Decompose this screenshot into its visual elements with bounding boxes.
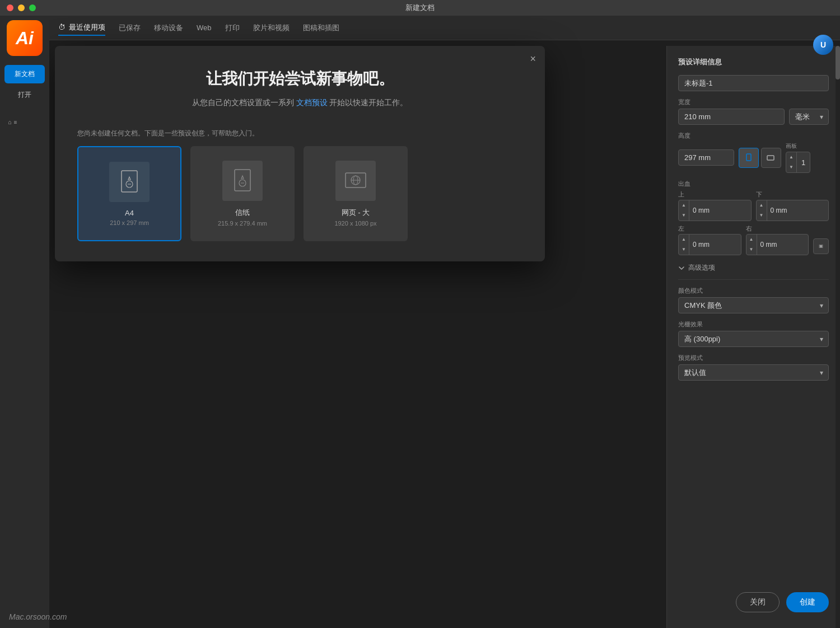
orientation-group [739, 148, 781, 168]
preset-letter-icon [222, 161, 263, 201]
bleed-right-input-row: ▲ ▼ 0 mm [746, 234, 809, 255]
bleed-bottom-up[interactable]: ▲ [757, 200, 767, 210]
raster-label: 光栅效果 [678, 320, 829, 329]
scrollbar-thumb[interactable] [836, 46, 840, 79]
dialog-close-button[interactable]: × [530, 54, 536, 64]
maximize-button[interactable] [29, 4, 36, 11]
portrait-button[interactable] [739, 148, 759, 168]
bleed-right-up[interactable]: ▲ [746, 235, 757, 245]
bleed-right-stepper: ▲ ▼ [746, 235, 757, 255]
bleed-right-down[interactable]: ▼ [746, 245, 757, 255]
width-label: 宽度 [678, 98, 829, 106]
close-button[interactable] [7, 4, 13, 11]
preset-card-a4[interactable]: A4 210 x 297 mm [77, 146, 181, 241]
create-button[interactable]: 创建 [786, 592, 829, 612]
bleed-left-stepper: ▲ ▼ [679, 235, 689, 255]
bleed-left-right-row: 左 ▲ ▼ 0 mm 右 ▲ ▼ 0 mm [678, 224, 829, 255]
bleed-left-up[interactable]: ▲ [679, 235, 689, 245]
tab-film[interactable]: 胶片和视频 [253, 21, 290, 35]
open-button[interactable]: 打开 [4, 86, 45, 104]
main-area: ⏱ 最近使用项 已保存 移动设备 Web 打印 胶片和视频 图稿和插图 U × … [49, 16, 840, 628]
preset-web-name: 网页 - 大 [342, 208, 370, 218]
tab-art[interactable]: 图稿和插图 [303, 21, 339, 35]
bleed-top-label: 上 [678, 190, 752, 199]
new-doc-button[interactable]: 新文档 [4, 65, 45, 83]
home-icon: ⌂ [8, 119, 12, 125]
title-bar: 新建文档 [0, 0, 840, 16]
raster-wrapper: 屏幕 (72ppi) 中 (150ppi) 高 (300ppi) [678, 331, 829, 347]
doc-name-input[interactable] [678, 75, 829, 91]
height-input[interactable] [678, 149, 734, 166]
width-row: 像素 英寸 厘米 毫米 点 派卡 [678, 109, 829, 125]
panel-title: 预设详细信息 [678, 57, 829, 67]
artboard-increment[interactable]: ▲ [786, 152, 796, 162]
preset-letter-size: 215.9 x 279.4 mm [218, 220, 267, 227]
advanced-options-toggle[interactable]: 高级选项 [678, 263, 829, 273]
raster-select[interactable]: 屏幕 (72ppi) 中 (150ppi) 高 (300ppi) [678, 331, 829, 347]
doc-presets-link[interactable]: 文档预设 [296, 98, 328, 107]
watermark: Mac.orsoon.com [9, 612, 67, 621]
preset-letter-name: 信纸 [235, 208, 250, 218]
new-document-dialog: × 让我们开始尝试新事物吧。 从您自己的文档设置或一系列 文档预设 开始以快速开… [55, 46, 545, 261]
svg-rect-3 [235, 170, 250, 191]
bleed-top-group: 上 ▲ ▼ 0 mm [678, 190, 752, 221]
chevron-down-icon [678, 265, 685, 271]
home-nav-item[interactable]: ⌂ ≡ [4, 115, 45, 129]
close-dialog-button[interactable]: 关闭 [736, 592, 780, 612]
preset-web-size: 1920 x 1080 px [334, 220, 376, 227]
preset-a4-name: A4 [125, 209, 134, 217]
svg-rect-11 [767, 156, 774, 160]
bleed-left-label: 左 [678, 224, 741, 233]
preview-select[interactable]: 默认值 像素 叠印 [678, 364, 829, 381]
bleed-top-stepper: ▲ ▼ [679, 200, 689, 221]
tab-print[interactable]: 打印 [225, 21, 240, 35]
window-title: 新建文档 [405, 3, 435, 13]
width-input[interactable] [678, 109, 785, 125]
dialog-subtitle: 从您自己的文档设置或一系列 文档预设 开始以快速开始工作。 [82, 96, 518, 109]
bleed-bottom-down[interactable]: ▼ [757, 210, 767, 221]
bleed-bottom-input-row: ▲ ▼ 0 mm [756, 200, 829, 221]
width-unit-wrapper: 像素 英寸 厘米 毫米 点 派卡 [789, 109, 829, 125]
preview-label: 预览模式 [678, 354, 829, 362]
sidebar: Ai 新文档 打开 ⌂ ≡ [0, 16, 49, 628]
preset-a4-size: 210 x 297 mm [110, 219, 149, 226]
width-unit-select[interactable]: 像素 英寸 厘米 毫米 点 派卡 [789, 109, 829, 125]
bleed-top-down[interactable]: ▼ [679, 210, 689, 221]
preset-web-icon [335, 161, 376, 201]
artboard-label: 画板 [786, 142, 797, 150]
bleed-right-value: 0 mm [757, 241, 781, 249]
dialog-hint: 您尚未创建任何文档。下面是一些预设创意，可帮助您入门。 [77, 129, 522, 138]
user-avatar[interactable]: U [813, 35, 833, 55]
divider [678, 279, 829, 280]
tab-saved[interactable]: 已保存 [119, 21, 141, 35]
artboard-decrement[interactable]: ▼ [786, 162, 796, 172]
height-orientation-row: 画板 ▲ ▼ 1 [678, 142, 829, 173]
app-logo: Ai [7, 20, 43, 56]
dialog-footer: 关闭 创建 [736, 592, 829, 612]
minimize-button[interactable] [18, 4, 25, 11]
bleed-bottom-label: 下 [756, 190, 829, 199]
height-label: 高度 [678, 132, 829, 140]
dialog-body: 您尚未创建任何文档。下面是一些预设创意，可帮助您入门。 A4 210 x 297… [55, 120, 545, 261]
link-bleed-button[interactable] [813, 238, 829, 254]
bleed-left-down[interactable]: ▼ [679, 245, 689, 255]
preset-card-web[interactable]: 网页 - 大 1920 x 1080 px [304, 146, 408, 241]
landscape-button[interactable] [761, 148, 781, 168]
preset-grid: A4 210 x 297 mm 信纸 215.9 x 279.4 m [77, 146, 522, 241]
preset-card-letter[interactable]: 信纸 215.9 x 279.4 mm [190, 146, 295, 241]
color-mode-select[interactable]: CMYK 颜色 RGB 颜色 [678, 297, 829, 313]
svg-rect-10 [746, 154, 751, 161]
artboard-wrapper: 画板 ▲ ▼ 1 [786, 142, 829, 173]
bleed-bottom-stepper: ▲ ▼ [757, 200, 767, 221]
tab-mobile[interactable]: 移动设备 [154, 21, 183, 35]
bleed-top-up[interactable]: ▲ [679, 200, 689, 210]
bleed-top-value: 0 mm [689, 207, 713, 214]
bleed-left-input-row: ▲ ▼ 0 mm [678, 234, 741, 255]
dialog-header: × 让我们开始尝试新事物吧。 从您自己的文档设置或一系列 文档预设 开始以快速开… [55, 46, 545, 120]
tab-web[interactable]: Web [197, 21, 212, 34]
artboard-value: 1 [797, 158, 810, 167]
preset-a4-icon [109, 162, 150, 202]
bleed-left-group: 左 ▲ ▼ 0 mm [678, 224, 741, 255]
color-mode-label: 颜色模式 [678, 287, 829, 295]
tab-recent[interactable]: ⏱ 最近使用项 [58, 20, 105, 36]
